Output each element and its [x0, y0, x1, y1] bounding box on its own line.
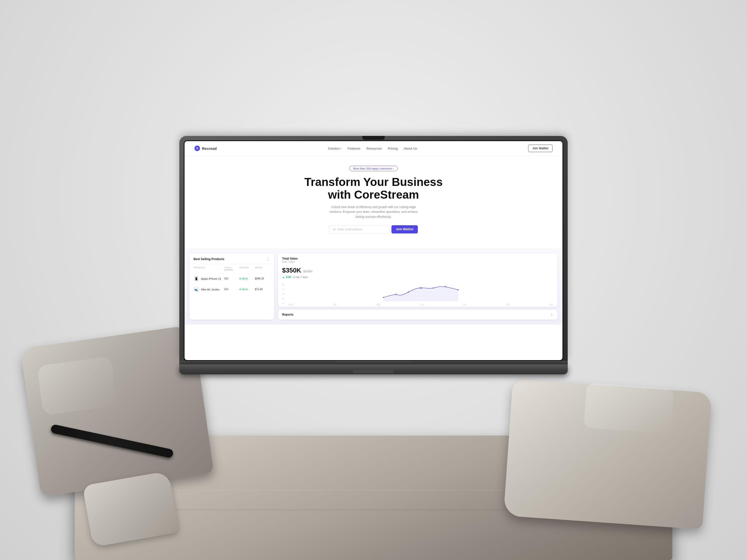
laptop-notch — [362, 136, 385, 140]
hero-badge: More than 20k happy customers › — [349, 166, 398, 171]
email-icon: ✉ — [333, 228, 336, 231]
sales-chart: 9k 7k 5k 3k 1k — [278, 281, 558, 306]
iphone-status: Stock — [239, 277, 255, 280]
nav-solution[interactable]: Solution ▾ — [328, 146, 342, 150]
table-row: 👟 Nike Air Jordan 506 Stock $72.40 — [189, 284, 274, 295]
iphone-icon: 📱 — [194, 276, 199, 282]
product-iphone-name: Apple iPhone 13 — [201, 277, 221, 280]
iphone-orders: 506 — [224, 277, 239, 280]
x-mon: MON — [289, 303, 293, 305]
x-wed: WED — [376, 303, 381, 305]
table-header: PRODUCT TOTAL ORDER STATUS PRICE — [189, 264, 274, 273]
svg-point-10 — [445, 286, 446, 287]
svg-point-8 — [420, 287, 421, 289]
change-arrow-icon: ▲ — [282, 276, 285, 278]
y-label-3k: 3k — [282, 298, 287, 300]
sales-change: ▲ 8.5K vs last 7 days — [278, 276, 558, 281]
svg-point-11 — [458, 290, 459, 290]
reports-card: Reports ⋮ — [278, 310, 558, 320]
x-sat: SAT — [506, 303, 510, 305]
logo-icon: R — [195, 145, 200, 151]
hero-section: More than 20k happy customers › Transfor… — [184, 156, 563, 248]
col-status: STATUS — [239, 266, 255, 271]
y-label-7k: 7k — [282, 288, 287, 290]
y-label-5k: 5k — [282, 293, 287, 295]
bsp-title: Best Selling Products — [194, 257, 224, 261]
hero-heading: Transform Your Business with CoreStream — [189, 176, 558, 201]
nav-resources[interactable]: Resources — [366, 146, 382, 150]
nav-logo: R Recread — [195, 145, 216, 151]
nav-join-waitlist-button[interactable]: Join Waitlist — [528, 144, 552, 152]
svg-point-7 — [408, 291, 409, 292]
line-chart — [288, 283, 553, 302]
jordan-price: $72.40 — [255, 288, 270, 291]
sales-amount: $350K $235K — [278, 265, 558, 276]
bsp-card-header: Best Selling Products ⋮ — [189, 254, 274, 264]
product-jordan-name: Nike Air Jordan — [201, 288, 220, 291]
svg-point-6 — [395, 294, 396, 295]
laptop-hinge-center — [336, 361, 411, 363]
nav-pricing[interactable]: Pricing — [388, 146, 398, 150]
change-value: 8.5K — [286, 276, 291, 278]
hero-subtitle: Unlock new levels of efficiency and grow… — [326, 205, 421, 219]
laptop-hinge — [179, 361, 568, 364]
col-total-order: TOTAL ORDER — [224, 266, 239, 271]
iphone-status-dot — [239, 278, 241, 279]
table-row: 📱 Apple iPhone 13 506 Stock $999.29 — [189, 273, 274, 284]
bsp-menu-icon[interactable]: ⋮ — [266, 257, 270, 262]
jordan-orders: 506 — [224, 288, 239, 291]
sales-main-amount: $350K — [282, 267, 301, 274]
reports-header: Reports ⋮ — [282, 313, 553, 317]
sales-title: Total Sales — [282, 257, 553, 260]
email-input-container: ✉ Enter email address — [329, 225, 389, 234]
reports-title: Reports — [282, 313, 293, 316]
jordan-icon: 👟 — [194, 287, 199, 292]
x-fri: FRI — [463, 303, 466, 305]
x-sun: SUN — [549, 303, 553, 305]
y-label-9k: 9k — [282, 284, 287, 286]
change-label: vs last 7 days — [293, 276, 308, 278]
trackpad — [354, 371, 393, 373]
dashboard-preview: Best Selling Products ⋮ PRODUCT TOTAL OR… — [184, 248, 563, 324]
jordan-status: Stock — [239, 288, 255, 291]
navbar: R Recread Solution ▾ Features — [184, 141, 563, 156]
hero-form: ✉ Enter email address Join Waitlist — [189, 225, 558, 234]
sales-subtitle: Last 7 days — [282, 260, 553, 263]
sales-header: Total Sales Last 7 days — [278, 254, 558, 265]
product-jordan: 👟 Nike Air Jordan — [194, 287, 224, 292]
nav-links: Solution ▾ Features Resources Pricing — [328, 146, 417, 150]
jordan-status-dot — [239, 289, 241, 290]
svg-point-9 — [433, 288, 434, 289]
col-price: PRICE — [255, 266, 270, 271]
hero-join-waitlist-button[interactable]: Join Waitlist — [391, 225, 418, 234]
sales-card: Total Sales Last 7 days $350K $235K ▲ 8.… — [278, 254, 558, 306]
y-label-1k: 1k — [282, 302, 287, 304]
svg-point-5 — [383, 297, 384, 298]
x-thu: THU — [420, 303, 424, 305]
nav-about[interactable]: About Us — [404, 146, 417, 150]
sales-prev-amount: $235K — [303, 270, 313, 273]
chart-svg-container: MON TUE WED THU FRI SAT SUN — [288, 283, 553, 305]
logo-text: Recread — [202, 146, 216, 151]
solution-chevron: ▾ — [340, 147, 342, 150]
nav-features[interactable]: Features — [347, 146, 360, 150]
bsp-card: Best Selling Products ⋮ PRODUCT TOTAL OR… — [189, 254, 274, 320]
laptop-base — [179, 364, 568, 374]
x-tue: TUE — [333, 303, 337, 305]
reports-menu-icon[interactable]: ⋮ — [550, 313, 553, 317]
iphone-price: $999.29 — [255, 277, 270, 280]
product-iphone: 📱 Apple iPhone 13 — [194, 276, 224, 282]
email-placeholder: Enter email address — [338, 228, 362, 231]
col-product: PRODUCT — [194, 266, 224, 271]
chart-x-labels: MON TUE WED THU FRI SAT SUN — [288, 303, 553, 305]
